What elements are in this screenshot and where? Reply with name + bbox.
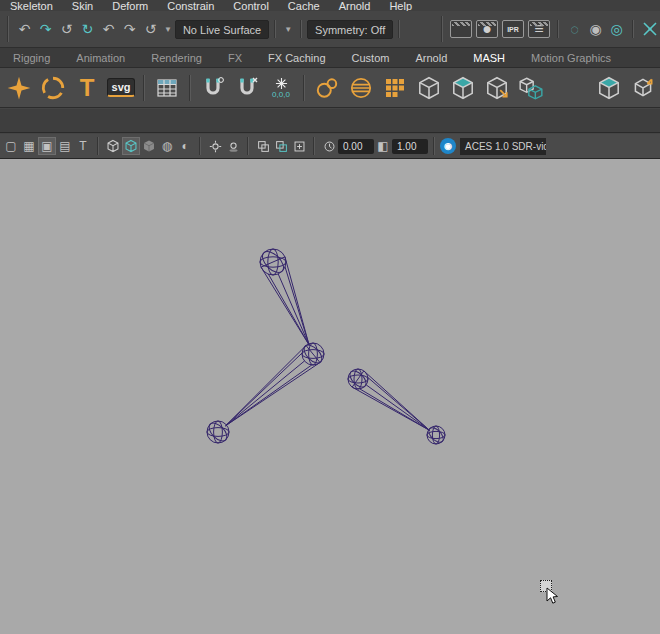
menu-constrain[interactable]: Constrain [167, 0, 214, 11]
maya-window: { "menu_bar": { "items": ["Skeleton", "S… [0, 0, 660, 634]
shelf-iso-cube-arrow-icon[interactable] [626, 71, 660, 105]
colorspace-label[interactable]: ACES 1.0 SDR-vid... [460, 138, 546, 155]
shelf-separator [303, 75, 305, 101]
ipr-render-icon[interactable]: IPR [502, 20, 524, 38]
shelf-separator [189, 75, 191, 101]
rotate-cw-icon[interactable]: ↻ [77, 17, 98, 41]
shelf-swirl-curve-icon[interactable] [36, 71, 70, 105]
exposure-field[interactable]: 0.00 [338, 139, 374, 154]
tab-fx-caching[interactable]: FX Caching [255, 52, 338, 64]
shelf-cube-arrow-icon[interactable] [480, 71, 514, 105]
paste-objects-icon[interactable] [272, 137, 290, 155]
toolbar-separator [632, 20, 634, 38]
toolbar-separator [7, 16, 9, 42]
toolbar-separator [398, 20, 400, 38]
menu-skin[interactable]: Skin [72, 0, 93, 11]
tab-animation[interactable]: Animation [63, 52, 138, 64]
chevron-down-icon[interactable]: ▼ [284, 25, 292, 34]
shelf-snap-magnet-icon[interactable] [196, 71, 230, 105]
gamma-icon[interactable]: ◧ [374, 137, 392, 155]
tab-rendering[interactable]: Rendering [138, 52, 215, 64]
panel-toolbar: ▢ ▦ ▣ ▤ T ◍ ◐ 0.00 ◧ 1.00 ◉ ACES 1.0 SDR… [0, 134, 660, 159]
shelf-separator [143, 75, 145, 101]
curve-straighten-icon[interactable]: ↷ [119, 17, 140, 41]
render-current-frame-icon[interactable]: ● [476, 20, 498, 38]
menu-bar: Skeleton Skin Deform Constrain Control C… [0, 0, 660, 11]
shelf-cube-teal-top-icon[interactable] [446, 71, 480, 105]
render-settings-icon[interactable]: ≡ [528, 20, 550, 38]
shelf-cube-wireframe-icon[interactable] [412, 71, 446, 105]
striped-sphere-icon[interactable]: ◐ [176, 137, 194, 155]
toolbar-separator [557, 20, 559, 38]
gamma-field[interactable]: 1.00 [392, 139, 428, 154]
shaded-mode-icon[interactable] [122, 137, 140, 155]
menu-skeleton[interactable]: Skeleton [10, 0, 53, 11]
copy-objects-icon[interactable] [254, 137, 272, 155]
shelf-svg-tool-icon[interactable]: svg [104, 71, 138, 105]
snap-curve-back-icon[interactable]: ↶ [14, 17, 35, 41]
exposure-icon[interactable] [320, 137, 338, 155]
shelf: T svg 0,0,0 [0, 68, 660, 108]
tab-fx[interactable]: FX [215, 52, 255, 64]
paint-effects-icon[interactable]: ◉ [585, 17, 606, 41]
rotate-ccw-icon[interactable]: ↺ [56, 17, 77, 41]
snap-curve-forward-icon[interactable]: ↷ [35, 17, 56, 41]
shelf-mash-distribute-icon[interactable] [344, 71, 378, 105]
shelf-spreadsheet-icon[interactable] [150, 71, 184, 105]
grid-toggle-icon[interactable]: ▦ [20, 137, 38, 155]
color-management-icon[interactable]: ◉ [440, 138, 456, 154]
menu-control[interactable]: Control [233, 0, 268, 11]
menu-cache[interactable]: Cache [288, 0, 320, 11]
toolbar-separator [300, 20, 302, 38]
select-camera-icon[interactable]: ▢ [2, 137, 20, 155]
tab-custom[interactable]: Custom [339, 52, 403, 64]
chevron-down-icon[interactable]: ▼ [164, 25, 172, 34]
joint-skeleton[interactable] [0, 159, 660, 634]
all-lights-icon[interactable] [206, 137, 224, 155]
tab-arnold[interactable]: Arnold [402, 52, 460, 64]
hypershade-icon[interactable]: ◎ [606, 17, 627, 41]
film-gate-icon[interactable]: ▣ [38, 137, 56, 155]
toolbar-separator [274, 20, 276, 38]
shelf-snap-magnet-off-icon[interactable] [230, 71, 264, 105]
menu-arnold[interactable]: Arnold [339, 0, 371, 11]
shelf-mash-grid-icon[interactable] [378, 71, 412, 105]
gate-mask-icon[interactable]: T [74, 137, 92, 155]
shelf-tabs: Rigging Animation Rendering FX FX Cachin… [0, 48, 660, 68]
history-undo-icon[interactable]: ↺ [140, 17, 161, 41]
tab-motion-graphics[interactable]: Motion Graphics [518, 52, 624, 64]
pane-menu-strip [0, 109, 660, 133]
panel-separator [433, 137, 435, 155]
texture-dots-icon[interactable]: ◌ [564, 17, 585, 41]
panel-separator [199, 137, 201, 155]
menu-deform[interactable]: Deform [112, 0, 148, 11]
shelf-cube-pair-icon[interactable] [514, 71, 548, 105]
resolution-gate-icon[interactable]: ▤ [56, 137, 74, 155]
shelf-iso-cube-icon[interactable] [592, 71, 626, 105]
shelf-type-tool-icon[interactable]: T [70, 71, 104, 105]
menu-help[interactable]: Help [389, 0, 412, 11]
live-surface-field[interactable]: No Live Surface [175, 20, 269, 39]
viewport[interactable] [0, 159, 660, 634]
cut-glyph [642, 21, 658, 37]
shelf-star-locator-icon[interactable] [2, 71, 36, 105]
tab-rigging[interactable]: Rigging [0, 52, 63, 64]
textured-mode-icon[interactable] [140, 137, 158, 155]
symmetry-field[interactable]: Symmetry: Off [307, 20, 393, 39]
render-view-icon[interactable] [450, 20, 472, 38]
cut-tool-icon[interactable] [639, 17, 660, 41]
panel-separator [247, 137, 249, 155]
isolate-select-icon[interactable] [290, 137, 308, 155]
panel-separator [97, 137, 99, 155]
curve-smooth-icon[interactable]: ↶ [98, 17, 119, 41]
shelf-reset-transform-icon[interactable]: 0,0,0 [264, 71, 298, 105]
main-toolbar: ↶ ↷ ↺ ↻ ↶ ↷ ↺ ▼ No Live Surface ▼ Symmet… [0, 11, 660, 48]
shelf-mash-network-icon[interactable] [310, 71, 344, 105]
shadows-icon[interactable] [224, 137, 242, 155]
checker-sphere-icon[interactable]: ◍ [158, 137, 176, 155]
tab-mash[interactable]: MASH [460, 52, 518, 64]
toolbar-separator [441, 16, 443, 42]
wireframe-mode-icon[interactable] [104, 137, 122, 155]
panel-separator [313, 137, 315, 155]
